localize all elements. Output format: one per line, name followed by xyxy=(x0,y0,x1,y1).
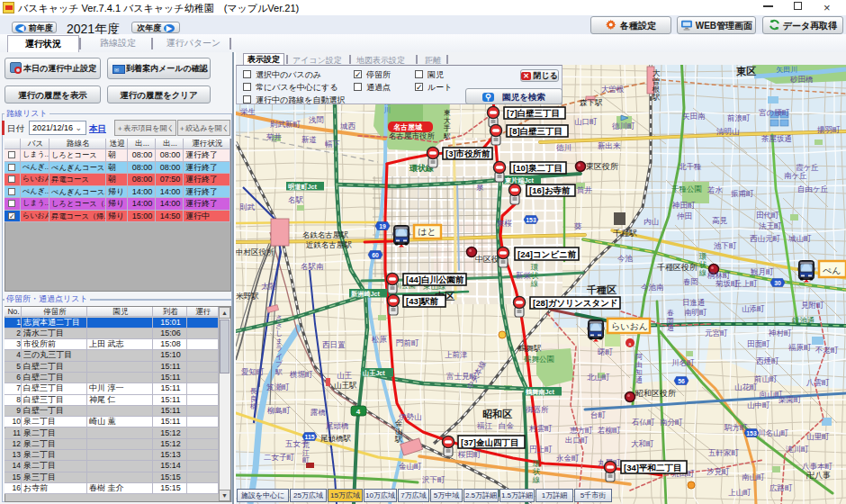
svg-text:19: 19 xyxy=(379,223,386,230)
svg-text:はと: はと xyxy=(418,227,436,237)
svg-text:4: 4 xyxy=(356,408,361,416)
svg-text:石仏町: 石仏町 xyxy=(632,418,655,427)
svg-text:駒方町: 駒方町 xyxy=(724,423,748,432)
svg-text:金山駅: 金山駅 xyxy=(394,418,403,444)
svg-text:西山元町: 西山元町 xyxy=(750,234,781,243)
svg-text:鶴舞駅: 鶴舞駅 xyxy=(518,344,542,353)
svg-text:新道: 新道 xyxy=(302,135,317,144)
svg-text:長良橋: 長良橋 xyxy=(249,387,257,410)
svg-text:名古屋城: 名古屋城 xyxy=(392,123,422,131)
svg-text:千種区: 千種区 xyxy=(586,284,616,295)
svg-text:柳島町: 柳島町 xyxy=(267,406,291,415)
svg-text:法王町: 法王町 xyxy=(759,221,782,230)
svg-text:汐見町: 汐見町 xyxy=(706,467,730,476)
svg-text:新出来: 新出来 xyxy=(598,141,621,150)
svg-text:永金町: 永金町 xyxy=(556,454,580,463)
svg-text:中村区役所: 中村区役所 xyxy=(236,248,274,256)
svg-text:[7]白壁三丁目: [7]白壁三丁目 xyxy=(507,108,560,118)
svg-text:則武新町: 則武新町 xyxy=(270,120,302,129)
svg-text:153: 153 xyxy=(746,430,757,436)
svg-text:大和町: 大和町 xyxy=(631,439,654,448)
svg-text:上山町: 上山町 xyxy=(728,488,752,497)
svg-text:幅下: 幅下 xyxy=(325,140,340,148)
svg-text:池下町: 池下町 xyxy=(714,241,737,250)
svg-text:城山町: 城山町 xyxy=(788,234,812,243)
svg-text:八事本町: 八事本町 xyxy=(801,462,833,471)
svg-text:尾頭橋: 尾頭橋 xyxy=(326,421,349,430)
svg-text:尾頭橋駅: 尾頭橋駅 xyxy=(320,434,352,443)
svg-text:阿由知通: 阿由知通 xyxy=(635,353,643,384)
svg-text:振甫町: 振甫町 xyxy=(731,189,754,198)
svg-text:昭和区: 昭和区 xyxy=(482,409,512,419)
svg-text:仲田: 仲田 xyxy=(676,212,692,220)
svg-text:則武: 則武 xyxy=(239,202,256,212)
svg-text:名鉄名古屋駅: 名鉄名古屋駅 xyxy=(302,230,349,239)
svg-text:山王: 山王 xyxy=(337,371,353,380)
svg-text:昭和区役所: 昭和区役所 xyxy=(635,389,676,398)
svg-text:西煙町: 西煙町 xyxy=(756,356,779,365)
svg-text:ささしまライブ駅: ささしまライブ駅 xyxy=(274,314,284,376)
svg-text:[10]泉二丁目: [10]泉二丁目 xyxy=(513,163,562,173)
svg-text:前浪町: 前浪町 xyxy=(727,113,751,122)
svg-text:[43]駅前: [43]駅前 xyxy=(406,296,438,306)
svg-text:城西: 城西 xyxy=(339,122,356,130)
svg-text:桜田町: 桜田町 xyxy=(457,450,482,459)
svg-text:千種公園: 千種公園 xyxy=(671,184,702,194)
svg-text:近鉄名古屋駅: 近鉄名古屋駅 xyxy=(306,240,353,249)
svg-text:ぺん: ぺん xyxy=(823,266,841,275)
svg-text:春岡: 春岡 xyxy=(683,277,698,286)
svg-text:千種駅: 千種駅 xyxy=(613,229,637,238)
svg-text:広路町: 広路町 xyxy=(770,483,793,492)
svg-text:太閤: 太閤 xyxy=(261,282,276,291)
svg-text:福原町: 福原町 xyxy=(788,343,812,352)
svg-text:山里町: 山里町 xyxy=(806,432,830,441)
svg-text:出口町: 出口町 xyxy=(565,436,589,445)
svg-text:新洲崎Jct: 新洲崎Jct xyxy=(350,290,381,298)
svg-text:今池南: 今池南 xyxy=(641,283,664,292)
svg-text:二女子町: 二女子町 xyxy=(264,453,295,462)
svg-text:山添町: 山添町 xyxy=(742,304,765,313)
svg-text:楽園町: 楽園町 xyxy=(778,395,802,404)
svg-text:門前町: 門前町 xyxy=(396,338,419,347)
svg-text:南ケ丘: 南ケ丘 xyxy=(784,171,807,180)
svg-text:[8]白壁三丁目: [8]白壁三丁目 xyxy=(509,126,562,136)
svg-text:村雲町: 村雲町 xyxy=(528,424,553,433)
svg-text:今池: 今池 xyxy=(617,254,634,263)
svg-text:東片端Jct: 東片端Jct xyxy=(504,176,535,184)
svg-text:笈瀬町: 笈瀬町 xyxy=(266,382,290,392)
svg-text:高見: 高見 xyxy=(712,216,728,225)
svg-text:筒井: 筒井 xyxy=(577,185,593,194)
svg-text:内山: 内山 xyxy=(644,217,659,226)
svg-text:山中町: 山中町 xyxy=(747,400,770,410)
svg-text:大曽根駅: 大曽根駅 xyxy=(652,68,661,102)
svg-text:泉: 泉 xyxy=(476,183,484,192)
svg-text:環状線: 環状線 xyxy=(532,459,541,484)
svg-text:矢田南: 矢田南 xyxy=(682,112,706,121)
svg-text:松原: 松原 xyxy=(372,335,388,344)
svg-text:田代町: 田代町 xyxy=(756,211,779,220)
svg-text:北山町: 北山町 xyxy=(587,373,610,382)
svg-text:愛知町: 愛知町 xyxy=(241,367,265,376)
svg-text:森下駅: 森下駅 xyxy=(580,98,603,107)
svg-text:荒江町: 荒江町 xyxy=(302,441,310,464)
svg-text:[3]市役所前: [3]市役所前 xyxy=(446,148,490,158)
svg-text:金山町: 金山町 xyxy=(399,462,422,471)
svg-text:153: 153 xyxy=(526,217,536,223)
svg-text:大曽根: 大曽根 xyxy=(601,85,625,94)
svg-text:北千種: 北千種 xyxy=(679,162,702,171)
svg-text:新栄: 新栄 xyxy=(516,271,532,280)
svg-text:[16]お寺前: [16]お寺前 xyxy=(529,185,571,195)
svg-text:春岡通: 春岡通 xyxy=(667,309,674,332)
svg-text:元宮町: 元宮町 xyxy=(705,328,728,338)
svg-text:清明山: 清明山 xyxy=(716,127,740,136)
svg-text:茶屋坂通: 茶屋坂通 xyxy=(761,134,792,143)
svg-text:東大手駅: 東大手駅 xyxy=(443,109,451,140)
svg-text:浅間: 浅間 xyxy=(309,115,324,124)
svg-text:鶴舞公園: 鶴舞公園 xyxy=(523,355,554,364)
svg-text:八雲町: 八雲町 xyxy=(806,378,830,387)
svg-text:東区役所: 東区役所 xyxy=(586,162,618,171)
svg-text:丘上町: 丘上町 xyxy=(734,279,758,288)
svg-text:葵: 葵 xyxy=(573,221,582,230)
svg-text:不老町: 不老町 xyxy=(814,346,839,355)
svg-text:滝川町: 滝川町 xyxy=(786,445,809,454)
